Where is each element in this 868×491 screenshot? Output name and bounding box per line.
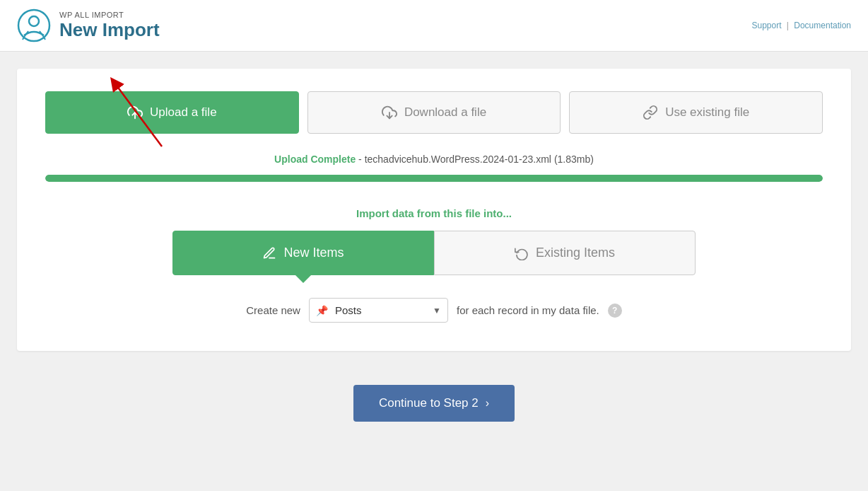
- footer: Continue to Step 2 ›: [0, 368, 868, 433]
- items-row: New Items Existing Items: [172, 231, 696, 275]
- import-data-label: Import data from this file into...: [45, 207, 823, 219]
- page-title: New Import: [59, 19, 160, 41]
- post-type-select-wrapper: 📌 Posts Pages Custom Post Type ▼: [309, 298, 448, 323]
- new-items-button[interactable]: New Items: [172, 231, 434, 275]
- create-new-suffix: for each record in my data file.: [457, 304, 599, 316]
- create-new-label: Create new: [246, 304, 300, 316]
- upload-status: Upload Complete - techadvicehub.WordPres…: [45, 154, 823, 165]
- header-title-group: WP ALL IMPORT New Import: [59, 11, 160, 41]
- download-file-button[interactable]: Download a file: [307, 91, 561, 134]
- upload-status-area: Upload Complete - techadvicehub.WordPres…: [45, 154, 823, 182]
- restore-icon: [515, 246, 529, 260]
- link-icon: [643, 105, 658, 120]
- download-file-label: Download a file: [404, 105, 486, 120]
- upload-filename: techadvicehub.WordPress.2024-01-23.xml: [365, 154, 551, 165]
- existing-items-label: Existing Items: [536, 246, 615, 260]
- svg-line-5: [115, 83, 162, 146]
- support-link[interactable]: Support: [751, 21, 781, 30]
- link-separator: |: [787, 21, 791, 30]
- post-type-select[interactable]: Posts Pages Custom Post Type: [309, 298, 448, 323]
- upload-complete-label: Upload Complete: [274, 154, 356, 165]
- help-icon[interactable]: ?: [608, 304, 622, 318]
- logo-icon: [17, 8, 51, 42]
- continue-label: Continue to Step 2: [379, 396, 479, 410]
- existing-file-label: Use existing file: [665, 105, 749, 120]
- download-icon: [382, 105, 397, 120]
- header-links: Support | Documentation: [751, 21, 851, 30]
- create-new-row: Create new 📌 Posts Pages Custom Post Typ…: [45, 298, 823, 323]
- pencil-icon: [262, 246, 276, 260]
- plugin-name: WP ALL IMPORT: [59, 11, 160, 19]
- main-content: Upload a file Download a file Use existi…: [0, 52, 868, 368]
- upload-separator: -: [358, 154, 365, 165]
- progress-bar-fill: [45, 175, 823, 182]
- upload-filesize: (1.83mb): [554, 154, 594, 165]
- progress-bar: [45, 175, 823, 182]
- red-arrow: [102, 76, 172, 154]
- new-items-label: New Items: [283, 246, 344, 260]
- chevron-right-icon: ›: [486, 397, 489, 410]
- existing-file-button[interactable]: Use existing file: [569, 91, 823, 134]
- continue-button[interactable]: Continue to Step 2 ›: [353, 385, 515, 422]
- import-card: Upload a file Download a file Use existi…: [17, 69, 851, 351]
- documentation-link[interactable]: Documentation: [794, 21, 851, 30]
- header: WP ALL IMPORT New Import Support | Docum…: [0, 0, 868, 52]
- existing-items-button[interactable]: Existing Items: [434, 231, 696, 275]
- svg-point-1: [29, 16, 39, 26]
- header-left: WP ALL IMPORT New Import: [17, 8, 160, 42]
